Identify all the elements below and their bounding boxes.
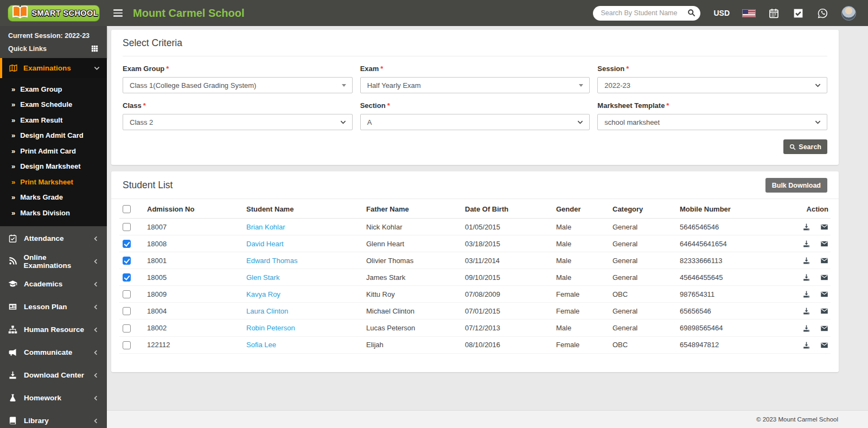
download-marksheet-icon[interactable]	[802, 324, 810, 333]
sidebar-toggle-hamburger-icon[interactable]	[113, 8, 124, 18]
bulk-download-button[interactable]: Bulk Download	[765, 178, 827, 193]
sidebar-menu-item[interactable]: Communicate	[0, 341, 107, 364]
sidebar-menu-item[interactable]: Human Resource	[0, 318, 107, 341]
download-marksheet-icon[interactable]	[802, 290, 810, 298]
student-name-link[interactable]: Kavya Roy	[246, 290, 280, 298]
session-select[interactable]: 2022-23	[597, 77, 827, 93]
student-name-link[interactable]: Robin Peterson	[246, 324, 295, 332]
submenu-item[interactable]: » Design Admit Card	[0, 128, 107, 144]
row-checkbox[interactable]	[123, 240, 131, 248]
sidebar-menu-item[interactable]: Download Center	[0, 364, 107, 387]
app-logo[interactable]: SMART SCHOOL	[0, 0, 107, 26]
field-marksheet-template: Marksheet Template* school marksheet	[597, 101, 827, 130]
sidebar-menu-item[interactable]: Homework	[0, 387, 107, 410]
sidebar-menu-item[interactable]: Attendance	[0, 227, 107, 250]
father-name-cell: Elijah	[363, 336, 462, 353]
submenu-item[interactable]: » Print Marksheet	[0, 174, 107, 190]
download-marksheet-icon[interactable]	[802, 341, 810, 349]
sidebar-menu-item[interactable]: Online Examinations	[0, 250, 107, 273]
sidebar-menu-item[interactable]: Library	[0, 410, 107, 428]
submenu-item[interactable]: » Exam Result	[0, 112, 107, 128]
quick-links[interactable]: Quick Links	[8, 44, 99, 53]
submenu-item[interactable]: » Design Marksheet	[0, 159, 107, 175]
submenu-item[interactable]: » Marks Division	[0, 205, 107, 221]
row-checkbox[interactable]	[123, 257, 131, 265]
download-marksheet-icon[interactable]	[802, 240, 810, 248]
whatsapp-chat-icon[interactable]	[817, 8, 828, 19]
section-select[interactable]: A	[360, 114, 590, 130]
email-envelope-icon[interactable]	[820, 324, 828, 333]
search-submit-button[interactable]	[686, 8, 697, 19]
email-envelope-icon[interactable]	[820, 240, 828, 248]
student-name-link[interactable]: Sofia Lee	[246, 341, 276, 349]
email-envelope-icon[interactable]	[820, 223, 828, 231]
submenu-item-label: Design Marksheet	[20, 162, 80, 170]
search-button[interactable]: Search	[783, 139, 827, 154]
chevron-down-icon	[815, 119, 821, 125]
email-envelope-icon[interactable]	[820, 341, 828, 349]
mobile-cell: 646445641654	[676, 235, 788, 252]
exam-group-select[interactable]: Class 1(College Based Grading System)	[123, 77, 353, 93]
row-checkbox[interactable]	[123, 290, 131, 298]
select-all-checkbox[interactable]	[123, 205, 131, 213]
quick-links-label: Quick Links	[8, 45, 47, 53]
submenu-item-label: Marks Division	[20, 209, 70, 217]
submenu-item[interactable]: » Print Admit Card	[0, 143, 107, 159]
mobile-cell: 987654311	[676, 286, 788, 303]
user-avatar[interactable]	[841, 6, 856, 21]
email-envelope-icon[interactable]	[820, 257, 828, 265]
admission-no-cell: 18009	[144, 286, 243, 303]
student-name-link[interactable]: Glen Stark	[246, 273, 279, 282]
submenu-item[interactable]: » Exam Group	[0, 81, 107, 97]
class-select[interactable]: Class 2	[123, 114, 353, 130]
download-marksheet-icon[interactable]	[802, 223, 810, 231]
student-name-link[interactable]: Laura Clinton	[246, 307, 288, 315]
calendar-icon[interactable]	[768, 8, 780, 19]
field-class: Class* Class 2	[123, 101, 353, 130]
book-pen-logo-icon	[11, 3, 29, 22]
currency-selector[interactable]: USD	[713, 9, 730, 17]
col-action: Action	[788, 199, 831, 219]
row-checkbox[interactable]	[123, 273, 131, 282]
dropdown-triangle-icon	[342, 84, 346, 87]
submenu-item[interactable]: » Marks Grade	[0, 190, 107, 206]
dob-cell: 03/18/2015	[462, 235, 553, 252]
col-dob: Date Of Birth	[462, 199, 553, 219]
table-row: 18009 Kavya Roy Kittu Roy 07/08/2009 Fem…	[119, 286, 831, 303]
search-input[interactable]	[593, 6, 700, 21]
mobile-cell: 65656546	[676, 303, 788, 320]
download-icon	[8, 370, 17, 380]
double-chevron-icon: »	[11, 85, 15, 93]
student-name-link[interactable]: Brian Kohlar	[246, 223, 285, 231]
sidebar-menu-item[interactable]: Academics	[0, 273, 107, 296]
exam-select[interactable]: Half Yearly Exam	[360, 77, 590, 93]
sidebar-section-examinations[interactable]: Examinations	[0, 58, 107, 78]
row-checkbox[interactable]	[123, 324, 131, 333]
marksheet-template-select[interactable]: school marksheet	[597, 114, 827, 130]
submenu-item[interactable]: » Exam Schedule	[0, 97, 107, 113]
sidebar-menu-item[interactable]: Lesson Plan	[0, 296, 107, 318]
student-name-link[interactable]: Edward Thomas	[246, 257, 297, 265]
download-marksheet-icon[interactable]	[802, 307, 810, 315]
email-envelope-icon[interactable]	[820, 273, 828, 282]
download-marksheet-icon[interactable]	[802, 273, 810, 282]
select-criteria-card: Select Criteria Exam Group* Class 1(Coll…	[111, 30, 839, 165]
task-check-square-icon[interactable]	[793, 8, 804, 19]
required-asterisk: *	[626, 65, 629, 73]
row-checkbox[interactable]	[123, 223, 131, 231]
double-chevron-icon: »	[11, 193, 15, 201]
table-row: 122112 Sofia Lee Elijah 08/10/2016 Femal…	[119, 336, 831, 353]
table-row: 18002 Robin Peterson Lucas Peterson 07/1…	[119, 320, 831, 336]
student-name-link[interactable]: David Heart	[246, 240, 284, 248]
required-asterisk: *	[666, 101, 669, 110]
email-envelope-icon[interactable]	[820, 290, 828, 298]
admission-no-cell: 18007	[144, 219, 243, 235]
double-chevron-icon: »	[11, 147, 15, 155]
sidebar-menu: Attendance Online Examinations Academics	[0, 226, 107, 428]
row-checkbox[interactable]	[123, 307, 131, 315]
download-marksheet-icon[interactable]	[802, 257, 810, 265]
email-envelope-icon[interactable]	[820, 307, 828, 315]
gender-cell: Female	[553, 336, 609, 353]
language-flag-icon[interactable]	[743, 10, 755, 17]
row-checkbox[interactable]	[123, 341, 131, 349]
